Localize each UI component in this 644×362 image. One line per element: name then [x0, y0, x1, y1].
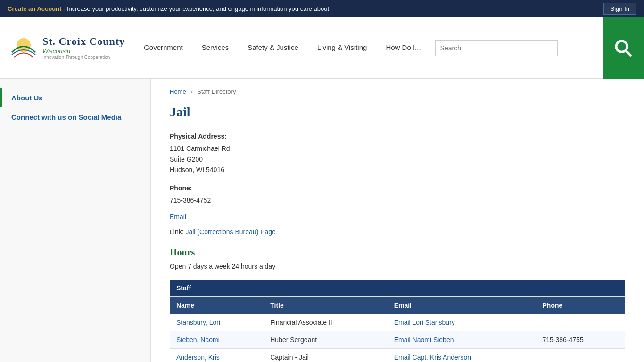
staff-table-title: Staff	[170, 280, 625, 297]
link-label: Link:	[170, 228, 184, 236]
main-nav: Government Services Safety & Justice Liv…	[134, 17, 603, 78]
search-button[interactable]	[603, 17, 644, 79]
sign-in-button[interactable]: Sign In	[603, 3, 636, 15]
staff-phone-stansbury	[536, 314, 626, 331]
table-row: Sieben, Naomi Huber Sergeant Email Naomi…	[170, 331, 625, 349]
staff-email-anderson[interactable]: Email Capt. Kris Anderson	[394, 354, 471, 361]
page-title: Jail	[170, 105, 625, 120]
logo-area: St. Croix County Wisconsin Innovation Th…	[0, 31, 134, 66]
logo-subtitle: Wisconsin	[42, 48, 125, 55]
main-container: About Us Connect with us on Social Media…	[0, 79, 644, 362]
nav-item-government[interactable]: Government	[134, 17, 192, 78]
breadcrumb-current: Staff Directory	[197, 88, 236, 95]
nav-item-living-visiting[interactable]: Living & Visiting	[308, 17, 377, 78]
staff-name-sieben[interactable]: Sieben, Naomi	[176, 336, 220, 344]
staff-email-sieben[interactable]: Email Naomi Sieben	[394, 336, 454, 344]
logo-icon	[9, 36, 38, 59]
table-row: Anderson, Kris Captain - Jail Email Capt…	[170, 349, 625, 362]
col-phone: Phone	[536, 297, 626, 314]
create-account-link[interactable]: Create an Account	[8, 5, 61, 12]
svg-point-1	[616, 41, 627, 52]
staff-name-stansbury[interactable]: Stansbury, Lori	[176, 319, 220, 326]
main-content: Home › Staff Directory Jail Physical Add…	[151, 79, 644, 362]
nav-item-services[interactable]: Services	[192, 17, 239, 78]
staff-table: Staff Name Title Email Phone Stansbury, …	[170, 280, 625, 362]
search-input[interactable]	[436, 41, 557, 56]
sidebar-item-about-us[interactable]: About Us	[0, 88, 150, 107]
col-name: Name	[170, 297, 264, 314]
breadcrumb: Home › Staff Directory	[170, 88, 625, 95]
staff-title-stansbury: Financial Associate II	[264, 314, 387, 331]
link-block: Link: Jail (Corrections Bureau) Page	[170, 228, 625, 236]
hours-title: Hours	[170, 247, 625, 258]
logo-text: St. Croix County Wisconsin Innovation Th…	[42, 35, 125, 61]
address-line2: Suite G200	[170, 154, 625, 165]
phone-label: Phone:	[170, 183, 625, 193]
staff-name-anderson[interactable]: Anderson, Kris	[176, 354, 220, 361]
breadcrumb-separator: ›	[190, 88, 192, 95]
search-area	[435, 40, 558, 56]
phone-block: Phone: 715-386-4752	[170, 183, 625, 206]
nav-item-safety-justice[interactable]: Safety & Justice	[238, 17, 308, 78]
top-banner: Create an Account - Increase your produc…	[0, 0, 644, 17]
sidebar-item-social-media[interactable]: Connect with us on Social Media	[0, 107, 150, 127]
logo-title: St. Croix County	[42, 35, 125, 48]
col-title: Title	[264, 297, 387, 314]
nav-item-how-do-i[interactable]: How Do I...	[376, 17, 430, 78]
svg-line-2	[626, 50, 631, 56]
search-icon	[614, 39, 633, 58]
staff-title-sieben: Huber Sergeant	[264, 331, 387, 349]
address-label: Physical Address:	[170, 131, 625, 141]
address-line1: 1101 Carmichael Rd	[170, 143, 625, 154]
staff-title-anderson: Captain - Jail	[264, 349, 387, 362]
staff-phone-sieben: 715-386-4755	[536, 331, 626, 349]
email-block: Email	[170, 213, 625, 221]
banner-message: - Increase your productivity, customize …	[61, 5, 330, 12]
sidebar: About Us Connect with us on Social Media	[0, 79, 151, 362]
breadcrumb-home[interactable]: Home	[170, 88, 186, 95]
hours-text: Open 7 days a week 24 hours a day	[170, 263, 625, 270]
logo-tagline: Innovation Through Cooperation	[42, 55, 125, 60]
col-email: Email	[388, 297, 536, 314]
address-block: Physical Address: 1101 Carmichael Rd Sui…	[170, 131, 625, 175]
table-row: Stansbury, Lori Financial Associate II E…	[170, 314, 625, 331]
email-link[interactable]: Email	[170, 213, 186, 221]
phone-number: 715-386-4752	[170, 195, 625, 206]
staff-phone-anderson	[536, 349, 626, 362]
site-header: St. Croix County Wisconsin Innovation Th…	[0, 17, 644, 79]
banner-text: Create an Account - Increase your produc…	[8, 5, 331, 12]
jail-page-link[interactable]: Jail (Corrections Bureau) Page	[185, 228, 275, 236]
address-line3: Hudson, WI 54016	[170, 165, 625, 175]
staff-email-stansbury[interactable]: Email Lori Stansbury	[394, 319, 455, 326]
